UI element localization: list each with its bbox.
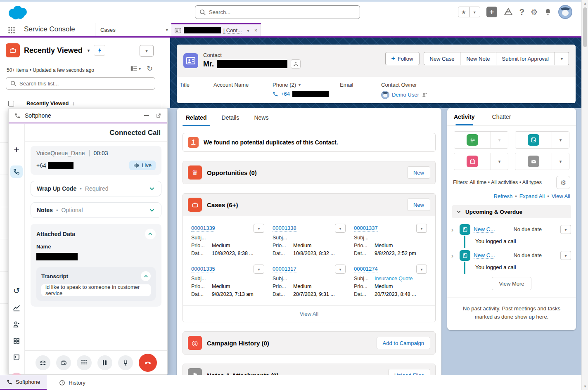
chevron-down-icon[interactable]: ▾: [299, 83, 301, 87]
global-actions-button[interactable]: +: [486, 7, 497, 17]
notes-expander[interactable]: Notes • Optional: [31, 202, 161, 218]
refresh-icon[interactable]: ↻: [147, 64, 153, 73]
close-tab-icon[interactable]: ×: [254, 28, 257, 33]
tab-news[interactable]: News: [247, 109, 276, 126]
metrics-chart-icon[interactable]: [9, 304, 24, 312]
new-task-caret[interactable]: ▾: [491, 132, 508, 148]
minimize-icon[interactable]: [144, 115, 149, 116]
notes-card-icon[interactable]: [9, 354, 24, 361]
new-opportunity-button[interactable]: New: [407, 166, 430, 179]
tab-activity[interactable]: Activity: [451, 109, 477, 125]
dialpad-icon[interactable]: [77, 355, 92, 370]
softphone-header[interactable]: Softphone: [9, 109, 167, 123]
activity-settings-gear-icon[interactable]: ⚙: [556, 176, 570, 189]
utility-history-tab[interactable]: History: [52, 375, 92, 390]
case-actions-button[interactable]: ▾: [335, 265, 346, 274]
case-actions-button[interactable]: ▾: [254, 265, 264, 274]
opportunities-title[interactable]: Opportunities (0): [207, 169, 257, 176]
email-caret[interactable]: ▾: [552, 153, 569, 170]
global-search-input[interactable]: [209, 9, 356, 15]
more-actions-button[interactable]: ▾: [555, 52, 569, 65]
cases-view-all-link[interactable]: View All: [300, 311, 318, 317]
case-number-link[interactable]: 00001337: [354, 225, 378, 232]
follow-button[interactable]: +Follow: [385, 52, 420, 65]
view-all-link[interactable]: View All: [552, 193, 570, 199]
end-call-button[interactable]: [139, 354, 157, 372]
add-to-campaign-button[interactable]: Add to Campaign: [377, 337, 430, 349]
expand-item-chevron-icon[interactable]: ›: [451, 252, 456, 259]
case-number-link[interactable]: 00001338: [273, 225, 296, 232]
email-button[interactable]: [515, 153, 552, 170]
scroll-up-icon[interactable]: ▲: [582, 2, 588, 5]
tab-chatter[interactable]: Chatter: [490, 109, 514, 125]
notifications-bell-icon[interactable]: [544, 8, 552, 16]
agents-icon[interactable]: [9, 321, 24, 328]
utility-softphone-tab[interactable]: Softphone: [0, 375, 47, 390]
phone-number-link[interactable]: +64: [281, 91, 290, 97]
new-event-button[interactable]: [454, 153, 491, 170]
case-actions-button[interactable]: ▾: [416, 224, 427, 233]
activity-actions-button[interactable]: ▾: [560, 251, 571, 260]
scrollbar-thumb[interactable]: [583, 7, 587, 47]
display-as-icon[interactable]: ▾: [130, 65, 141, 72]
case-number-link[interactable]: 00001317: [273, 266, 296, 272]
case-number-link[interactable]: 00001274: [354, 266, 378, 272]
app-launcher-icon[interactable]: [7, 26, 16, 34]
chevron-down-icon[interactable]: ▾: [247, 28, 249, 33]
transfer-icon[interactable]: [36, 355, 50, 370]
trailhead-icon[interactable]: [503, 7, 513, 17]
case-number-link[interactable]: 00001335: [191, 266, 215, 272]
list-search-input[interactable]: [19, 80, 151, 87]
new-case-button[interactable]: New: [407, 199, 430, 211]
wrap-up-code-expander[interactable]: Wrap Up Code • Required: [31, 181, 161, 196]
cases-title[interactable]: Cases (6+): [207, 201, 238, 208]
list-view-title[interactable]: Recently Viewed: [24, 46, 83, 55]
setup-gear-icon[interactable]: ⚙: [531, 7, 538, 17]
upcoming-overdue-header[interactable]: Upcoming & Overdue: [452, 205, 571, 218]
favorites-caret[interactable]: ▾: [469, 7, 480, 17]
owner-link[interactable]: Demo User: [392, 92, 419, 98]
history-icon[interactable]: ↺: [9, 287, 24, 295]
collapse-chevron-icon[interactable]: [141, 271, 151, 281]
case-actions-button[interactable]: ▾: [416, 265, 427, 274]
scroll-down-icon[interactable]: ▼: [582, 385, 588, 388]
tab-related[interactable]: Related: [178, 109, 214, 126]
column-header-label[interactable]: Recently Viewed: [26, 100, 69, 106]
global-search[interactable]: [195, 5, 360, 19]
activity-item-link[interactable]: New C...: [474, 226, 495, 233]
active-call-tab-icon[interactable]: [9, 165, 24, 178]
case-actions-button[interactable]: ▾: [335, 224, 346, 233]
case-subject-value[interactable]: Insurance Quote: [375, 276, 413, 281]
page-scrollbar[interactable]: ▲ ▼: [581, 0, 588, 390]
new-event-caret[interactable]: ▾: [491, 153, 508, 170]
nav-tab-contact[interactable]: | Cont... ▾ ×: [171, 23, 261, 36]
mute-mic-icon[interactable]: [118, 355, 133, 370]
view-more-button[interactable]: View More: [492, 277, 531, 290]
new-task-button[interactable]: [454, 132, 491, 148]
activity-actions-button[interactable]: ▾: [560, 225, 571, 234]
refresh-link[interactable]: Refresh: [494, 193, 513, 199]
expand-all-link[interactable]: Expand All: [519, 193, 545, 199]
campaign-history-title[interactable]: Campaign History (0): [207, 340, 269, 347]
log-call-button[interactable]: [515, 132, 552, 148]
popout-icon[interactable]: [156, 113, 161, 118]
submit-for-approval-button[interactable]: Submit for Approval: [496, 52, 555, 65]
expand-item-chevron-icon[interactable]: ›: [451, 226, 456, 233]
select-all-checkbox[interactable]: [8, 101, 14, 106]
favorites-button[interactable]: ★ ▾: [458, 7, 480, 17]
case-actions-button[interactable]: ▾: [254, 224, 264, 233]
activity-item-link[interactable]: New C...: [474, 252, 495, 259]
chevron-down-icon[interactable]: ▾: [88, 48, 90, 53]
view-hierarchy-icon[interactable]: [291, 59, 301, 69]
star-icon[interactable]: ★: [458, 7, 469, 17]
apps-grid-icon[interactable]: [9, 337, 24, 345]
quick-connects-icon[interactable]: [56, 355, 71, 370]
list-search[interactable]: [6, 77, 155, 90]
tab-details[interactable]: Details: [214, 109, 247, 126]
change-owner-icon[interactable]: [422, 92, 427, 98]
help-icon[interactable]: ?: [519, 7, 524, 17]
nav-tab-cases[interactable]: Cases ▾: [95, 23, 173, 36]
new-call-plus-icon[interactable]: +: [9, 145, 24, 155]
list-view-controls-button[interactable]: ▾: [140, 45, 154, 57]
collapse-chevron-icon[interactable]: [145, 229, 156, 239]
